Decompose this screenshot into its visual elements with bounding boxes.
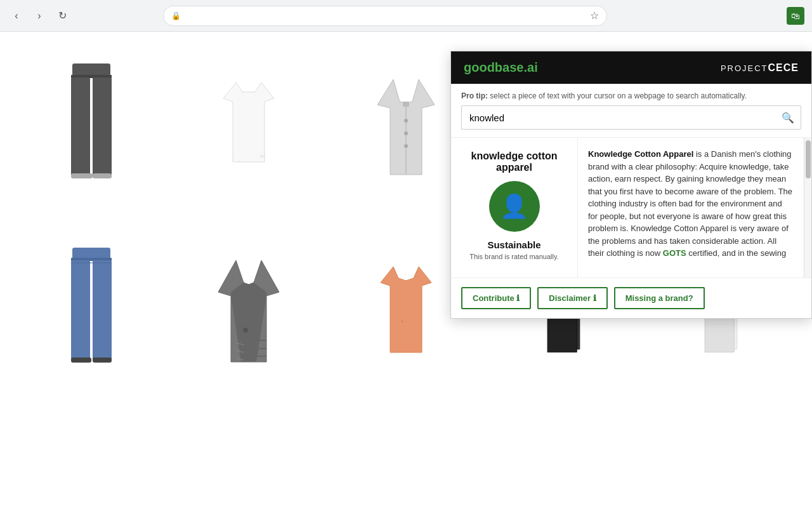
lock-icon: 🔒	[171, 11, 181, 20]
svg-rect-17	[72, 248, 110, 259]
reload-button[interactable]: ↻	[53, 7, 71, 25]
search-icon: 🔍	[782, 112, 794, 124]
brand-name: knowledge cotton apparel	[461, 150, 567, 173]
svg-text:●: ●	[401, 319, 403, 323]
browser-chrome: ‹ › ↻ 🔒 ☆ 🛍	[0, 0, 812, 32]
svg-rect-5	[93, 138, 112, 177]
jacket-light-svg	[368, 64, 444, 190]
pro-tip-text: Pro tip: select a piece of text with you…	[461, 91, 801, 100]
svg-rect-19	[71, 260, 90, 327]
product-item-1[interactable]	[13, 44, 170, 210]
svg-rect-22	[93, 324, 112, 361]
popup-search-area: Pro tip: select a piece of text with you…	[451, 84, 811, 138]
brand-description: Knowledge Cotton Apparel is a Danish men…	[578, 138, 804, 277]
blazer-gray-svg	[211, 248, 287, 375]
svg-rect-34	[255, 348, 266, 349]
gots-label: GOTS	[663, 248, 686, 258]
goodbase-popup: goodbase.ai PROJECTCECE Pro tip: select …	[450, 51, 812, 319]
search-row: 🔍	[461, 105, 801, 130]
contribute-button[interactable]: Contribute ℹ	[461, 287, 531, 309]
svg-rect-33	[255, 340, 266, 341]
svg-rect-6	[71, 173, 93, 178]
brand-card: knowledge cotton apparel 👤 Sustainable T…	[451, 138, 578, 277]
missing-brand-button[interactable]: Missing a brand?	[614, 287, 705, 309]
sustainable-desc: This brand is rated manually.	[469, 253, 558, 260]
svg-rect-21	[71, 324, 90, 361]
svg-rect-24	[93, 358, 112, 363]
popup-results: knowledge cotton apparel 👤 Sustainable T…	[451, 138, 811, 277]
svg-rect-35	[255, 356, 266, 357]
product-item-6[interactable]	[13, 229, 170, 394]
svg-rect-20	[93, 260, 112, 327]
tshirt-white-svg: KC	[211, 64, 287, 190]
svg-marker-8	[223, 83, 274, 162]
popup-buttons: Contribute ℹ Disclaimer ℹ Missing a bran…	[451, 277, 811, 318]
svg-rect-3	[93, 77, 112, 141]
extension-icon[interactable]: 🛍	[787, 7, 804, 25]
brand-logo: 👤	[489, 181, 540, 232]
svg-rect-0	[72, 64, 110, 76]
svg-rect-2	[71, 77, 90, 141]
tshirt-orange-svg: ●	[368, 248, 444, 375]
back-button[interactable]: ‹	[8, 7, 25, 25]
svg-rect-23	[71, 358, 91, 363]
disclaimer-button[interactable]: Disclaimer ℹ	[537, 287, 607, 309]
svg-point-15	[404, 131, 408, 135]
forward-button[interactable]: ›	[30, 7, 48, 25]
projectcece-logo: PROJECTCECE	[721, 62, 799, 74]
address-bar: 🔒 ☆	[163, 6, 607, 26]
svg-marker-36	[381, 267, 431, 352]
page-content: KC	[0, 32, 812, 508]
brand-description-name: Knowledge Cotton Apparel	[588, 149, 693, 159]
search-button[interactable]: 🔍	[775, 105, 801, 130]
svg-point-16	[404, 144, 408, 148]
goodbase-logo: goodbase.ai	[464, 60, 538, 75]
product-item-2[interactable]: KC	[170, 44, 327, 210]
person-icon: 👤	[500, 193, 528, 220]
svg-point-14	[404, 119, 408, 123]
bookmark-icon[interactable]: ☆	[590, 10, 599, 22]
svg-text:KC: KC	[260, 154, 266, 158]
product-item-7[interactable]	[170, 229, 327, 394]
svg-rect-4	[71, 138, 90, 177]
svg-rect-7	[93, 173, 112, 178]
svg-point-29	[243, 328, 248, 333]
search-input[interactable]	[461, 105, 775, 130]
scrollbar-thumb	[806, 140, 811, 178]
popup-header: goodbase.ai PROJECTCECE	[451, 51, 811, 84]
popup-scrollbar[interactable]	[804, 138, 811, 277]
svg-rect-13	[403, 102, 409, 107]
jeans-blue-svg	[53, 248, 129, 375]
pants-dark-svg	[53, 64, 129, 190]
sustainable-badge: Sustainable	[487, 239, 540, 250]
